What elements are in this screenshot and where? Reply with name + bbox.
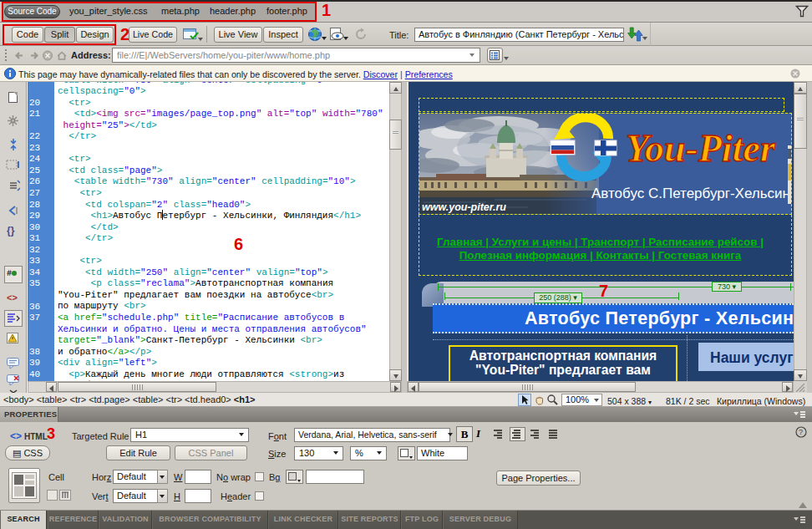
svg-text:You-Piter: You-Piter [626,127,776,170]
svg-text:?: ? [799,428,803,436]
svg-text:Автобус С.Петербург-Хельсинки: Автобус С.Петербург-Хельсинки [591,186,791,201]
svg-text:www.you-piter.ru: www.you-piter.ru [422,201,506,213]
